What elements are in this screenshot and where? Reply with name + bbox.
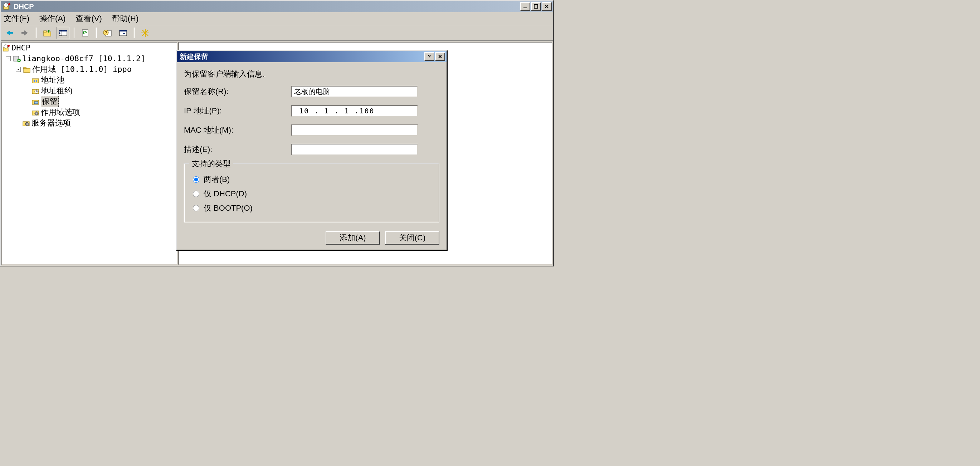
reservations-icon (32, 98, 39, 105)
collapse-toggle-icon[interactable]: - (16, 67, 21, 72)
dialog-body: 为保留客户端输入信息。 保留名称(R): IP 地址(P): MAC 地址(M)… (177, 62, 447, 250)
dialog-help-button[interactable]: ? (424, 52, 434, 61)
svg-rect-32 (24, 67, 26, 69)
radio-dhcp-row[interactable]: 仅 DHCP(D) (193, 188, 430, 199)
svg-point-4 (8, 3, 10, 5)
svg-rect-41 (34, 102, 38, 104)
svg-rect-6 (534, 5, 538, 8)
svg-rect-31 (24, 68, 30, 73)
dialog-title-text: 新建保留 (178, 52, 424, 62)
main-titlebar[interactable]: DHCP (1, 1, 553, 12)
radio-bootp-only[interactable] (193, 205, 199, 212)
menu-view[interactable]: 查看(V) (75, 13, 102, 24)
close-button[interactable] (542, 2, 552, 11)
up-folder-button[interactable] (41, 27, 54, 39)
dhcp-app-icon (2, 2, 11, 11)
new-reservation-dialog: 新建保留 ? 为保留客户端输入信息。 保留名称(R): IP 地址(P): MA… (176, 50, 447, 250)
properties-button[interactable] (117, 27, 129, 39)
toolbar-separator (96, 27, 97, 38)
toolbar-separator (74, 27, 75, 38)
svg-rect-34 (33, 80, 35, 82)
ip-address-label: IP 地址(P): (184, 105, 291, 116)
radio-bootp-label: 仅 BOOTP(O) (204, 203, 253, 213)
menu-action[interactable]: 操作(A) (39, 13, 65, 24)
supported-types-group: 支持的类型 两者(B) 仅 DHCP(D) 仅 BOOTP(O) (184, 163, 439, 223)
forward-button[interactable] (19, 27, 32, 39)
svg-point-28 (8, 45, 10, 47)
description-label: 描述(E): (184, 144, 291, 155)
reservation-name-input[interactable] (291, 86, 418, 97)
refresh-button[interactable] (79, 27, 92, 39)
close-dialog-button[interactable]: 关闭(C) (385, 231, 439, 245)
svg-point-27 (4, 45, 8, 48)
server-icon (13, 55, 21, 63)
tree-root-label[interactable]: DHCP (11, 43, 30, 53)
server-options-icon (22, 119, 30, 127)
description-input[interactable] (291, 144, 418, 155)
svg-rect-12 (44, 31, 46, 32)
dhcp-root-icon (2, 44, 10, 52)
toolbar-separator (36, 27, 37, 38)
radio-dhcp-only[interactable] (193, 191, 199, 197)
ip-address-input[interactable] (291, 105, 418, 116)
address-pool-icon (32, 76, 39, 84)
help-button[interactable]: ? (101, 27, 114, 39)
svg-rect-21 (119, 30, 127, 32)
radio-both[interactable] (193, 176, 199, 183)
toolbar-separator (134, 27, 135, 38)
mac-address-input[interactable] (291, 124, 418, 136)
reservation-name-label: 保留名称(R): (184, 86, 291, 97)
scope-options-icon (32, 108, 39, 116)
svg-rect-11 (44, 32, 51, 36)
new-item-button[interactable] (139, 27, 152, 39)
menubar: 文件(F) 操作(A) 查看(V) 帮助(H) (1, 12, 553, 25)
svg-rect-5 (523, 8, 527, 8)
svg-text:?: ? (105, 30, 107, 35)
radio-bootp-row[interactable]: 仅 BOOTP(O) (193, 203, 430, 213)
svg-rect-9 (10, 32, 13, 33)
svg-rect-10 (21, 32, 24, 33)
radio-both-row[interactable]: 两者(B) (193, 174, 430, 185)
tree-leases-label[interactable]: 地址租约 (41, 86, 72, 96)
collapse-toggle-icon[interactable]: - (6, 56, 11, 61)
leases-icon (32, 87, 39, 95)
folder-icon (23, 65, 31, 73)
tree-scope-label[interactable]: 作用域 [10.1.1.0] ippo (32, 64, 132, 75)
svg-point-44 (36, 113, 37, 114)
svg-text:?: ? (428, 54, 431, 59)
supported-types-legend: 支持的类型 (189, 158, 233, 169)
radio-dhcp-label: 仅 DHCP(D) (204, 188, 247, 199)
svg-point-47 (27, 123, 28, 125)
toolbar: ? (1, 25, 553, 41)
tree-pane[interactable]: DHCP - liangkoo-d08cf7 [10.1 (2, 42, 177, 265)
back-button[interactable] (3, 27, 16, 39)
dialog-intro-text: 为保留客户端输入信息。 (184, 69, 439, 80)
dialog-titlebar[interactable]: 新建保留 ? (177, 51, 447, 62)
svg-rect-14 (59, 30, 67, 32)
main-title-text: DHCP (12, 3, 520, 11)
minimize-button[interactable] (520, 2, 530, 11)
tree-scope-options-label[interactable]: 作用域选项 (41, 107, 80, 118)
tree-reservations-label[interactable]: 保留 (41, 96, 59, 107)
tree-server-label[interactable]: liangkoo-d08cf7 [10.1.1.2] (22, 53, 145, 64)
view-mode-button[interactable] (57, 27, 69, 39)
dialog-close-button[interactable] (435, 52, 445, 61)
svg-rect-33 (32, 79, 39, 83)
svg-rect-35 (36, 80, 37, 82)
menu-file[interactable]: 文件(F) (3, 13, 29, 24)
mac-address-label: MAC 地址(M): (184, 125, 291, 135)
radio-both-label: 两者(B) (204, 174, 230, 185)
tree-address-pool-label[interactable]: 地址池 (41, 75, 64, 86)
add-button[interactable]: 添加(A) (326, 231, 380, 245)
maximize-button[interactable] (531, 2, 541, 11)
menu-help[interactable]: 帮助(H) (112, 13, 139, 24)
tree-server-options-label[interactable]: 服务器选项 (32, 118, 71, 129)
